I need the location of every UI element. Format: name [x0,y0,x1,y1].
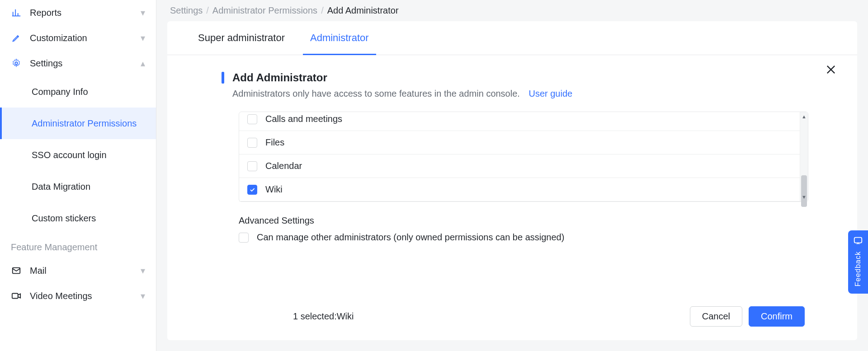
breadcrumb-sep: / [206,5,209,16]
breadcrumb-settings[interactable]: Settings [170,5,203,16]
option-files[interactable]: Files [239,131,808,154]
confirm-button[interactable]: Confirm [749,306,805,327]
breadcrumb-admin-permissions[interactable]: Administrator Permissions [212,5,317,16]
option-calendar[interactable]: Calendar [239,154,808,178]
checkbox[interactable] [247,138,257,148]
selection-status: 1 selected:Wiki [293,311,354,322]
sidebar-sub-custom-stickers[interactable]: Custom stickers [0,202,156,234]
checkbox[interactable] [247,161,257,171]
option-calls-meetings[interactable]: Calls and meetings [239,112,808,131]
sidebar-item-label: Mail [30,266,47,276]
chevron-down-icon: ▾ [141,7,145,18]
sidebar-sub-data-migration[interactable]: Data Migration [0,171,156,202]
checkbox[interactable] [239,233,249,243]
mail-icon [11,265,22,276]
feedback-tab[interactable]: Feedback [848,230,868,294]
advanced-option-label: Can manage other administrators (only ow… [257,232,564,243]
sidebar-item-reports[interactable]: Reports ▾ [0,0,156,25]
chevron-down-icon: ▾ [141,265,145,276]
main: Settings / Administrator Permissions / A… [156,0,868,351]
feedback-label: Feedback [854,251,862,286]
breadcrumb-current: Add Administrator [327,5,399,16]
scroll-thumb[interactable] [801,175,807,207]
sidebar-item-video-meetings[interactable]: Video Meetings ▾ [0,283,156,309]
breadcrumb-sep: / [321,5,324,16]
advanced-settings-title: Advanced Settings [239,215,831,226]
scrollbar[interactable]: ▲ ▼ [800,112,808,201]
sidebar-sub-company-info[interactable]: Company Info [0,76,156,108]
svg-rect-3 [854,238,862,243]
scroll-down-icon[interactable]: ▼ [800,192,808,201]
user-guide-link[interactable]: User guide [528,89,572,98]
sidebar-item-label: Customization [30,33,87,43]
sidebar-item-customization[interactable]: Customization ▾ [0,25,156,51]
sidebar-item-label: Reports [30,8,61,18]
sidebar-sub-admin-permissions[interactable]: Administrator Permissions [0,108,156,139]
option-wiki[interactable]: Wiki [239,178,808,201]
footer: 1 selected:Wiki Cancel Confirm [222,292,831,340]
option-label: Calendar [265,161,302,171]
chevron-down-icon: ▾ [141,290,145,301]
svg-rect-2 [12,294,18,299]
tab-admin[interactable]: Administrator [297,21,382,55]
breadcrumb: Settings / Administrator Permissions / A… [156,0,868,21]
sidebar-item-settings[interactable]: Settings ▴ [0,51,156,76]
permissions-list: Calls and meetings Files Calendar Wiki [239,112,808,202]
option-label: Wiki [265,184,283,195]
panel: Add Administrator Administrators only ha… [167,55,857,340]
sidebar-section-label: Feature Management [0,234,156,258]
gear-icon [11,58,22,69]
checkbox[interactable] [247,114,257,124]
panel-title: Add Administrator [232,71,327,84]
tabs: Super administrator Administrator [167,21,857,55]
sidebar-item-label: Video Meetings [30,291,92,301]
pencil-icon [11,33,22,43]
sidebar-item-label: Settings [30,58,62,69]
checkbox-checked[interactable] [247,185,257,195]
svg-point-0 [15,62,18,65]
title-accent-bar [222,72,224,84]
option-label: Files [265,137,284,148]
chevron-up-icon: ▴ [141,58,145,69]
advanced-option-row[interactable]: Can manage other administrators (only ow… [239,232,831,243]
sidebar-item-mail[interactable]: Mail ▾ [0,258,156,283]
close-button[interactable] [825,63,839,78]
chat-icon [853,236,863,248]
cancel-button[interactable]: Cancel [690,306,742,327]
chevron-down-icon: ▾ [141,33,145,43]
sidebar: Reports ▾ Customization ▾ Settings ▴ Com… [0,0,156,351]
chart-icon [11,7,22,18]
tab-super-admin[interactable]: Super administrator [185,21,297,55]
scroll-up-icon[interactable]: ▲ [800,112,808,121]
panel-description: Administrators only have access to some … [232,89,520,98]
sidebar-sub-sso-login[interactable]: SSO account login [0,139,156,171]
option-label: Calls and meetings [265,114,342,124]
video-icon [11,290,22,301]
content-card: Super administrator Administrator Add Ad… [167,21,857,340]
